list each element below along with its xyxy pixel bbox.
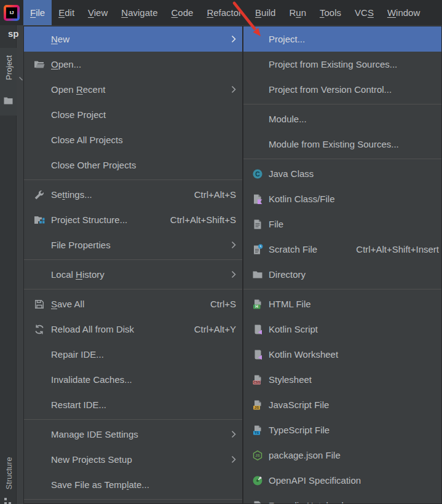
menu-item-label: Close All Projects bbox=[51, 135, 123, 145]
menu-item-label: TypeScript File bbox=[269, 425, 330, 435]
menubar-item-code[interactable]: Code bbox=[165, 0, 200, 25]
menu-item-open[interactable]: Open... bbox=[24, 52, 242, 77]
submenu-item-directory[interactable]: Directory bbox=[243, 262, 441, 287]
menu-item-label: Project from Version Control... bbox=[269, 84, 392, 95]
menu-item-label: Close Project bbox=[51, 109, 106, 120]
submenu-item-module-from-existing-sources[interactable]: Module from Existing Sources... bbox=[243, 132, 441, 157]
menubar-item-build[interactable]: Build bbox=[248, 0, 282, 25]
submenu-item-package-json-file[interactable]: JSpackage.json File bbox=[243, 443, 441, 468]
submenu-item-stylesheet[interactable]: CSSStylesheet bbox=[243, 367, 441, 392]
menu-item-open-recent[interactable]: Open Recent bbox=[24, 77, 242, 102]
icon-spacer bbox=[33, 135, 46, 146]
submenu-item-file[interactable]: File bbox=[243, 211, 441, 237]
menu-item-settings[interactable]: Settings...Ctrl+Alt+S bbox=[24, 182, 242, 207]
chevron-right-icon bbox=[231, 455, 236, 463]
menu-item-repair-ide[interactable]: Repair IDE... bbox=[24, 342, 242, 367]
menu-item-label: File Properties bbox=[51, 240, 111, 250]
submenu-item-kotlin-class-file[interactable]: Kotlin Class/File bbox=[243, 186, 441, 211]
menubar-item-edit[interactable]: Edit bbox=[52, 0, 81, 25]
submenu-item-java-class[interactable]: CJava Class bbox=[243, 161, 441, 186]
js-file-icon: JS bbox=[251, 400, 264, 411]
menubar-item-window[interactable]: Window bbox=[381, 0, 427, 25]
icon-spacer bbox=[251, 84, 264, 95]
menu-item-close-project[interactable]: Close Project bbox=[24, 102, 242, 127]
menu-item-label: Kotlin Script bbox=[269, 324, 318, 334]
menu-item-label: Directory bbox=[269, 269, 306, 280]
menu-item-new[interactable]: New bbox=[24, 26, 242, 52]
icon-spacer bbox=[33, 429, 46, 440]
save-all-icon bbox=[33, 299, 46, 310]
submenu-item-scratch-file[interactable]: Scratch FileCtrl+Alt+Shift+Insert bbox=[243, 237, 441, 262]
menubar-item-view[interactable]: View bbox=[81, 0, 114, 25]
menu-item-close-all-projects[interactable]: Close All Projects bbox=[24, 127, 242, 152]
icon-spacer bbox=[251, 114, 264, 125]
chevron-right-icon bbox=[231, 35, 236, 43]
menu-item-save-file-as-template[interactable]: Save File as Template... bbox=[24, 472, 242, 497]
submenu-item-project[interactable]: Project... bbox=[243, 26, 441, 52]
menu-item-label: Settings... bbox=[51, 189, 92, 200]
menubar-item-file[interactable]: File bbox=[23, 0, 52, 25]
menu-item-close-other-projects[interactable]: Close Other Projects bbox=[24, 152, 242, 178]
menubar-item-navigate[interactable]: Navigate bbox=[114, 0, 164, 25]
menu-item-invalidate-caches[interactable]: Invalidate Caches... bbox=[24, 367, 242, 392]
submenu-item-kotlin-worksheet[interactable]: Kotlin Worksheet bbox=[243, 342, 441, 367]
menubar-item-refactor[interactable]: Refactor bbox=[200, 0, 248, 25]
menu-item-label: Open Recent bbox=[51, 84, 105, 95]
kotlin-script-icon bbox=[251, 324, 264, 335]
menu-item-project-structure[interactable]: Project Structure...Ctrl+Alt+Shift+S bbox=[24, 207, 242, 232]
tool-button-structure-label[interactable]: Structure bbox=[4, 457, 14, 490]
menu-item-more[interactable] bbox=[24, 502, 242, 504]
icon-spacer bbox=[33, 269, 46, 280]
submenu-item-project-from-existing-sources[interactable]: Project from Existing Sources... bbox=[243, 52, 441, 77]
submenu-item-openapi-specification[interactable]: OpenAPI Specification bbox=[243, 468, 441, 493]
menu-item-restart-ide[interactable]: Restart IDE... bbox=[24, 392, 242, 417]
tree-expand-tick-icon bbox=[18, 73, 23, 84]
menu-item-label: Open... bbox=[51, 59, 81, 69]
menu-item-label: Local History bbox=[51, 269, 105, 280]
menu-item-label: Stylesheet bbox=[269, 374, 312, 385]
svg-text:JS: JS bbox=[255, 406, 259, 409]
project-name-fragment: sp bbox=[8, 28, 19, 39]
menu-item-label: Project Structure... bbox=[51, 215, 127, 225]
submenu-item-javascript-file[interactable]: JSJavaScript File bbox=[243, 392, 441, 417]
intellij-logo-icon: IJ bbox=[4, 5, 20, 21]
submenu-item-module[interactable]: Module... bbox=[243, 106, 441, 132]
directory-icon bbox=[251, 269, 264, 280]
icon-spacer bbox=[33, 109, 46, 120]
menubar-item-run[interactable]: Run bbox=[282, 0, 313, 25]
submenu-item-project-from-version-control[interactable]: Project from Version Control... bbox=[243, 77, 441, 102]
menu-item-label: Save File as Template... bbox=[51, 479, 149, 490]
menu-item-reload-all-from-disk[interactable]: Reload All from DiskCtrl+Alt+Y bbox=[24, 317, 242, 342]
menu-separator bbox=[24, 259, 242, 260]
menu-item-label: Module from Existing Sources... bbox=[269, 139, 399, 149]
menu-item-file-properties[interactable]: File Properties bbox=[24, 232, 242, 258]
menu-separator bbox=[24, 289, 242, 289]
reload-icon bbox=[33, 324, 46, 335]
submenu-item-typescript-file[interactable]: TSTypeScript File bbox=[243, 417, 441, 443]
submenu-item-html-file[interactable]: HHTML File bbox=[243, 291, 441, 317]
css-file-icon: CSS bbox=[251, 374, 264, 385]
tool-button-project-label[interactable]: Project bbox=[4, 55, 14, 80]
menu-item-local-history[interactable]: Local History bbox=[24, 262, 242, 287]
submenu-item-zeppelin-notebook[interactable]: Zeppelin Notebook bbox=[243, 493, 441, 504]
svg-text:JS: JS bbox=[255, 454, 259, 457]
icon-spacer bbox=[33, 34, 46, 45]
menu-item-manage-ide-settings[interactable]: Manage IDE Settings bbox=[24, 422, 242, 447]
submenu-item-kotlin-script[interactable]: Kotlin Script bbox=[243, 317, 441, 342]
structure-icon bbox=[4, 497, 11, 504]
menu-item-new-projects-setup[interactable]: New Projects Setup bbox=[24, 447, 242, 472]
package-json-icon: JS bbox=[251, 450, 264, 461]
chevron-right-icon bbox=[231, 430, 236, 438]
intellij-logo-text: IJ bbox=[6, 7, 17, 18]
menu-item-label: Project from Existing Sources... bbox=[269, 59, 397, 69]
menu-item-save-all[interactable]: Save AllCtrl+S bbox=[24, 291, 242, 317]
menubar-item-tools[interactable]: Tools bbox=[313, 0, 348, 25]
menu-item-label: Close Other Projects bbox=[51, 160, 136, 170]
menu-item-shortcut: Ctrl+Alt+S bbox=[183, 189, 236, 200]
icon-spacer bbox=[251, 139, 264, 150]
menubar-item-vcs[interactable]: VCS bbox=[348, 0, 381, 25]
chevron-right-icon bbox=[231, 270, 236, 278]
openapi-icon bbox=[251, 475, 264, 486]
icon-spacer bbox=[251, 59, 264, 70]
menu-item-label: JavaScript File bbox=[269, 400, 329, 410]
